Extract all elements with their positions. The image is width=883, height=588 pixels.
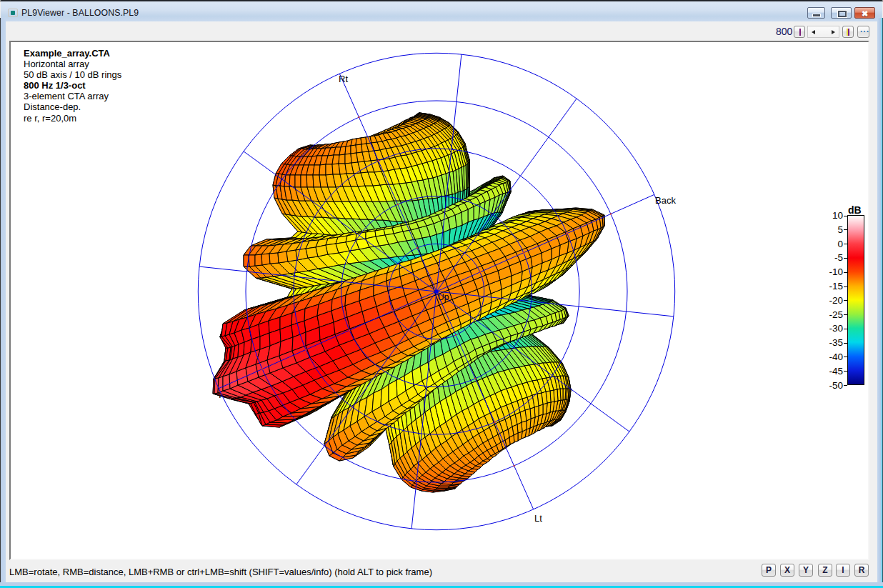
svg-text:Lt: Lt: [534, 513, 542, 524]
svg-text:Up: Up: [438, 292, 449, 302]
svg-text:Back: Back: [655, 195, 676, 206]
svg-text:Rt: Rt: [339, 74, 348, 84]
